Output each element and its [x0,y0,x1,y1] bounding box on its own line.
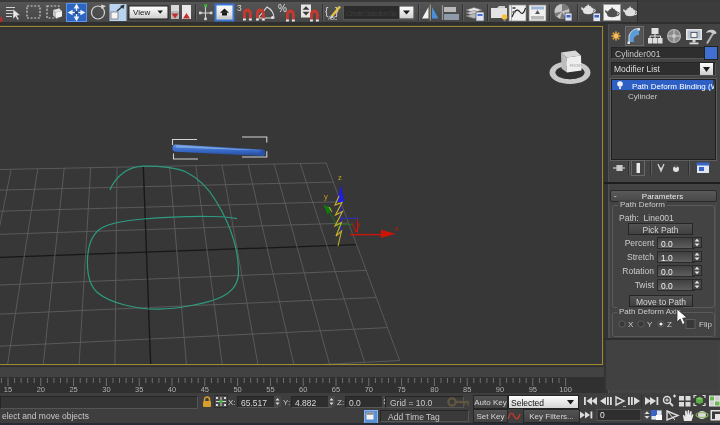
svg-text:X: X [628,320,634,329]
svg-text:65: 65 [332,385,340,393]
svg-text:Flip: Flip [699,320,712,329]
svg-text:25: 25 [69,385,77,393]
svg-text:30: 30 [102,385,110,393]
svg-text:20: 20 [37,385,45,393]
svg-text:ABC: ABC [328,16,338,21]
svg-text:45: 45 [201,385,209,393]
svg-text:75: 75 [397,385,405,393]
svg-text:View: View [133,8,150,17]
svg-text:90: 90 [496,385,504,393]
svg-text:80: 80 [430,385,438,393]
svg-text:50: 50 [233,385,241,393]
svg-text:FRONT: FRONT [570,64,583,68]
svg-text:Y: Y [647,320,653,329]
svg-text:100: 100 [559,385,572,393]
svg-text:3: 3 [237,3,242,13]
svg-text:y: y [324,192,328,201]
svg-text:Z: Z [667,320,672,329]
svg-text:70: 70 [365,385,373,393]
svg-text:%: % [278,3,287,14]
svg-text:40: 40 [168,385,176,393]
svg-text:85: 85 [463,385,471,393]
svg-text:60: 60 [299,385,307,393]
svg-text:55: 55 [266,385,274,393]
svg-text:15: 15 [4,385,12,393]
svg-text:z: z [338,173,342,182]
svg-text:35: 35 [135,385,143,393]
svg-text:95: 95 [529,385,537,393]
svg-text:0: 0 [600,410,605,420]
svg-text:x: x [395,225,399,232]
svg-text:Create Selection Se: Create Selection Se [346,9,398,18]
